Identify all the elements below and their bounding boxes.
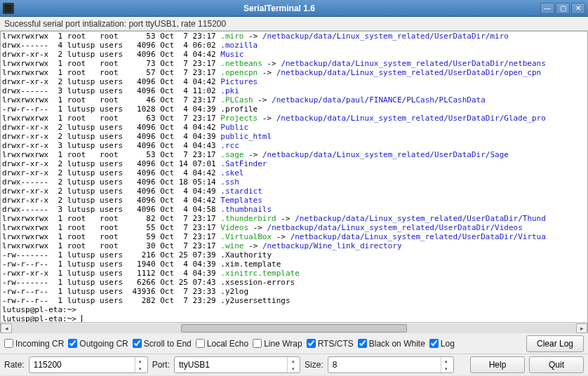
port-label: Port: bbox=[152, 360, 170, 370]
outgoing-cr-checkbox[interactable]: Outgoing CR bbox=[68, 339, 128, 349]
status-text: Sucessful serial port intialization: por… bbox=[4, 19, 226, 29]
scroll-right-icon[interactable]: ▸ bbox=[576, 323, 587, 333]
log-checkbox[interactable]: Log bbox=[429, 339, 455, 349]
local-echo-checkbox[interactable]: Local Echo bbox=[196, 339, 248, 349]
connection-toolbar: Rate: ▴▾ Port: ▴▾ Size: ▴▾ Help Quit bbox=[0, 354, 588, 375]
scroll-to-end-checkbox[interactable]: Scroll to End bbox=[133, 339, 192, 349]
options-toolbar: Incoming CR Outgoing CR Scroll to End Lo… bbox=[0, 333, 588, 354]
port-combo[interactable]: ▴▾ bbox=[174, 356, 300, 373]
scroll-left-icon[interactable]: ◂ bbox=[1, 323, 12, 333]
rate-label: Rate: bbox=[4, 360, 25, 370]
maximize-button[interactable]: ▢ bbox=[556, 3, 570, 14]
close-button[interactable]: ✕ bbox=[571, 3, 585, 14]
horizontal-scrollbar[interactable]: ◂ ▸ bbox=[1, 322, 587, 333]
svg-rect-0 bbox=[5, 5, 12, 12]
chevron-down-icon[interactable]: ▾ bbox=[441, 365, 452, 372]
chevron-down-icon[interactable]: ▾ bbox=[135, 365, 146, 372]
rts-cts-checkbox[interactable]: RTS/CTS bbox=[307, 339, 354, 349]
minimize-button[interactable]: — bbox=[540, 3, 554, 14]
chevron-up-icon[interactable]: ▴ bbox=[288, 357, 298, 365]
rate-input[interactable] bbox=[29, 358, 135, 371]
line-wrap-checkbox[interactable]: Line Wrap bbox=[253, 339, 302, 349]
size-label: Size: bbox=[305, 360, 323, 370]
size-combo[interactable]: ▴▾ bbox=[328, 356, 454, 373]
chevron-up-icon[interactable]: ▴ bbox=[135, 357, 146, 365]
quit-button[interactable]: Quit bbox=[529, 356, 584, 373]
window-title: SerialTerminal 1.6 bbox=[18, 4, 540, 13]
terminal-pane[interactable]: lrwxrwxrwx 1 root root 53 Oct 7 23:17 .m… bbox=[0, 31, 588, 333]
black-on-white-checkbox[interactable]: Black on White bbox=[358, 339, 425, 349]
rate-combo[interactable]: ▴▾ bbox=[29, 356, 148, 373]
chevron-up-icon[interactable]: ▴ bbox=[441, 357, 452, 365]
scroll-track[interactable] bbox=[12, 323, 576, 333]
chevron-down-icon[interactable]: ▾ bbox=[288, 365, 298, 372]
size-input[interactable] bbox=[328, 358, 441, 371]
help-button[interactable]: Help bbox=[470, 356, 525, 373]
port-input[interactable] bbox=[175, 358, 287, 371]
scroll-thumb[interactable] bbox=[181, 324, 407, 333]
status-bar: Sucessful serial port intialization: por… bbox=[0, 17, 588, 31]
incoming-cr-checkbox[interactable]: Incoming CR bbox=[4, 339, 64, 349]
app-icon bbox=[3, 3, 14, 14]
titlebar: SerialTerminal 1.6 — ▢ ✕ bbox=[0, 0, 588, 17]
clear-log-button[interactable]: Clear Log bbox=[526, 335, 584, 352]
terminal-output[interactable]: lrwxrwxrwx 1 root root 53 Oct 7 23:17 .m… bbox=[1, 32, 587, 322]
